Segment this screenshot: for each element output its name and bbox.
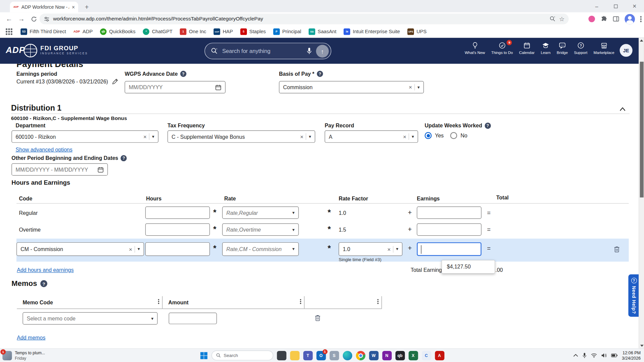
widgets-weather-icon[interactable]: 1: [2, 351, 12, 360]
reload-button[interactable]: [29, 14, 39, 24]
browser-tab[interactable]: ADP ADP Workforce Now - Add, Ad: [10, 2, 78, 12]
bookmark-staples[interactable]: SStaples: [240, 28, 266, 35]
nav-bridge[interactable]: Bridge: [557, 42, 568, 55]
taskbar-app-task-view[interactable]: [277, 351, 286, 360]
nav-learn[interactable]: Learn: [541, 42, 550, 55]
clear-icon[interactable]: [387, 246, 391, 252]
scroll-up-arrow-icon[interactable]: [640, 40, 643, 42]
nav-support[interactable]: ? Support: [574, 42, 587, 55]
chevron-down-icon[interactable]: [309, 134, 311, 139]
help-icon[interactable]: [180, 71, 186, 77]
column-menu-icon[interactable]: [377, 299, 379, 300]
browser-profile-avatar[interactable]: [625, 14, 635, 24]
side-panel-icon[interactable]: [612, 16, 619, 22]
taskbar-app-calculator[interactable]: C: [422, 351, 431, 360]
microphone-icon[interactable]: [582, 353, 587, 359]
need-help-tab[interactable]: Need Help?: [628, 275, 639, 317]
taskbar-app-file-explorer[interactable]: [290, 351, 299, 360]
chevron-down-icon[interactable]: [292, 210, 295, 216]
memo-code-select[interactable]: Select a memo code: [22, 312, 157, 325]
taskbar-app-excel[interactable]: X: [409, 351, 418, 360]
rate-select[interactable]: Rate,Overtime: [222, 223, 299, 236]
radio-yes[interactable]: Yes: [425, 132, 444, 139]
wifi-icon[interactable]: [591, 353, 597, 358]
add-hours-earnings-link[interactable]: Add hours and earnings: [17, 267, 73, 273]
help-icon[interactable]: [317, 71, 323, 77]
department-select[interactable]: 600100 - Rizikon: [11, 130, 158, 143]
earnings-input[interactable]: [417, 223, 482, 236]
voice-search-icon[interactable]: [307, 47, 312, 55]
taskbar-app-quickbooks[interactable]: qb: [395, 351, 405, 360]
clear-icon[interactable]: [409, 84, 412, 90]
window-maximize-button[interactable]: [606, 0, 625, 12]
bookmark-principal[interactable]: PPrincipal: [273, 28, 301, 35]
clear-icon[interactable]: [143, 133, 147, 140]
extensions-puzzle-icon[interactable]: [600, 15, 607, 22]
taskbar-app-word[interactable]: W: [369, 351, 378, 360]
nav-whats-new[interactable]: What's New: [465, 42, 485, 55]
taskbar-search-box[interactable]: Search: [211, 351, 273, 360]
add-memos-link[interactable]: Add memos: [17, 335, 45, 341]
column-menu-icon[interactable]: [158, 299, 159, 300]
url-text[interactable]: workforcenow.adp.com/theme/admin.html#/P…: [53, 16, 546, 22]
clear-icon[interactable]: [403, 133, 406, 140]
earnings-input[interactable]: [417, 206, 482, 219]
apps-grid-icon[interactable]: [6, 28, 7, 30]
earnings-input-focused[interactable]: [417, 242, 482, 256]
bookmark-quickbooks[interactable]: qbQuickBooks: [100, 28, 136, 35]
taskbar-clock[interactable]: 12:06 PM 3/24/2026: [622, 350, 641, 361]
bookmark-saasant[interactable]: saSaasAnt: [309, 28, 336, 35]
page-scrollbar[interactable]: [639, 38, 644, 349]
address-bar[interactable]: workforcenow.adp.com/theme/admin.html#/P…: [40, 14, 569, 24]
chevron-down-icon[interactable]: [152, 134, 154, 139]
chevron-down-icon[interactable]: [396, 246, 398, 252]
calendar-icon[interactable]: [98, 166, 104, 172]
new-tab-button[interactable]: [82, 3, 91, 12]
help-icon[interactable]: [485, 123, 491, 129]
back-button[interactable]: ←: [4, 14, 14, 24]
hours-input[interactable]: [145, 206, 210, 219]
scroll-down-arrow-icon[interactable]: [640, 345, 643, 347]
chevron-down-icon[interactable]: [292, 246, 295, 252]
clear-icon[interactable]: [300, 133, 304, 140]
search-submit-button[interactable]: [316, 45, 329, 57]
bookmark-star-icon[interactable]: [559, 15, 565, 22]
chevron-down-icon[interactable]: [418, 84, 420, 90]
rate-select[interactable]: Rate,Regular: [222, 206, 299, 219]
wgps-date-input[interactable]: MM/DD/YYYY: [125, 81, 226, 94]
rate-select[interactable]: Rate,CM - Commission: [222, 242, 299, 256]
delete-memo-trash-icon[interactable]: [315, 315, 321, 321]
help-icon[interactable]: [40, 280, 47, 287]
tray-expand-chevron-icon[interactable]: [573, 354, 578, 357]
bookmark-hap[interactable]: HAPHAP: [214, 28, 233, 35]
start-button-icon[interactable]: [200, 352, 208, 359]
taskbar-app-teams[interactable]: T: [303, 351, 313, 360]
chevron-down-icon[interactable]: [138, 246, 140, 252]
memo-amount-input[interactable]: [169, 313, 217, 324]
adp-logo[interactable]: ADP: [6, 45, 25, 55]
bookmark-one-inc[interactable]: 1One Inc: [180, 28, 206, 35]
radio-no[interactable]: No: [450, 132, 467, 139]
taskbar-app-edge[interactable]: [342, 351, 352, 360]
radio-selected-icon[interactable]: [425, 132, 432, 139]
autofill-suggestion[interactable]: $4,127.50: [441, 260, 495, 274]
edit-pencil-icon[interactable]: [112, 78, 118, 84]
site-settings-icon[interactable]: [44, 16, 50, 22]
taskbar-app-onenote[interactable]: N: [382, 351, 391, 360]
chevron-down-icon[interactable]: [151, 316, 154, 321]
hours-input[interactable]: [145, 242, 210, 256]
other-period-date-input[interactable]: MM/DD/YYYY - MM/DD/YYYY: [11, 163, 108, 176]
global-search-bar[interactable]: Search for anything: [205, 43, 331, 59]
hours-input[interactable]: [145, 223, 210, 236]
forward-button[interactable]: →: [16, 14, 26, 24]
browser-menu-icon[interactable]: [640, 16, 641, 17]
bookmark-intuit-enterprise[interactable]: ieIntuit Enterprise Suite: [344, 28, 400, 35]
show-advanced-options-link[interactable]: Show advanced options: [16, 146, 72, 153]
taskbar-app-settings[interactable]: S: [329, 351, 339, 360]
rate-factor-select[interactable]: 1.0: [339, 242, 402, 256]
chevron-down-icon[interactable]: [292, 227, 295, 232]
tax-frequency-select[interactable]: C - Supplemental Wage Bonus: [167, 130, 315, 143]
window-close-button[interactable]: [625, 0, 644, 12]
tab-close-icon[interactable]: [72, 4, 75, 10]
taskbar-app-acrobat[interactable]: A: [435, 351, 444, 360]
